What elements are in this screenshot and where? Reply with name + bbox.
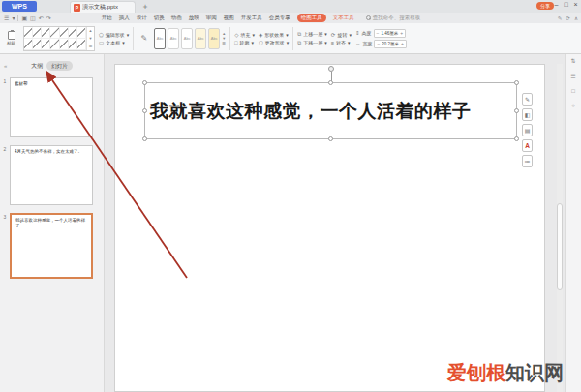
wps-logo[interactable]: WPS	[2, 1, 37, 12]
sync-icon[interactable]: ⟳	[566, 15, 570, 21]
resize-handle-middle-left[interactable]	[142, 108, 147, 113]
panel-swap-icon[interactable]: ⇅	[570, 57, 575, 64]
undo-icon[interactable]: ↶	[39, 15, 44, 21]
send-backward-button[interactable]: ⧉ 下移一层 ▾	[297, 40, 326, 46]
quick-edit-button[interactable]: ✎	[522, 93, 533, 106]
line-shape-cell[interactable]	[33, 39, 42, 50]
width-increase[interactable]: +	[401, 41, 404, 46]
edit-shape-button[interactable]: ⬠ 编辑形状 ▾	[99, 32, 129, 38]
collapse-panel-icon[interactable]: «	[4, 63, 7, 69]
line-shape-cell[interactable]	[77, 27, 86, 39]
scrollbar-thumb[interactable]	[557, 203, 563, 290]
tab-slides[interactable]: 幻灯片	[46, 61, 73, 71]
line-shape-cell[interactable]	[24, 39, 33, 50]
preset-more-controls[interactable]: ▲▼☰	[222, 32, 226, 45]
close-button[interactable]: ×	[572, 1, 579, 8]
gallery-more-icon[interactable]: ☰	[89, 44, 93, 48]
resize-handle-bottom-right[interactable]	[514, 136, 519, 141]
line-shape-cell[interactable]	[60, 27, 69, 39]
resize-handle-middle-right[interactable]	[514, 108, 519, 113]
resize-handle-top-left[interactable]	[142, 80, 147, 85]
main-menu-icon[interactable]: ☰	[4, 15, 9, 21]
slide-thumbnail-3-selected[interactable]: 我就喜欢这种感觉，一个人活着的样子	[10, 213, 93, 279]
resize-handle-bottom-left[interactable]	[142, 136, 147, 141]
tab-view[interactable]: 视图	[224, 15, 234, 21]
selected-textbox[interactable]: 我就喜欢这种感觉，一个人活着的样子	[144, 82, 517, 139]
style-preset[interactable]: Abc	[181, 28, 193, 49]
note-icon[interactable]: ✎	[558, 15, 563, 21]
line-shape-cell[interactable]	[60, 39, 69, 50]
document-tab[interactable]: P 演示文稿.pptx	[70, 1, 136, 13]
panel-clock-icon[interactable]: ○	[571, 103, 575, 108]
style-preset[interactable]: Abc	[168, 28, 179, 49]
tab-developer[interactable]: 开发工具	[241, 15, 262, 21]
tab-transition[interactable]: 切换	[154, 15, 165, 21]
slide-thumbnail-1[interactable]: 素材帮	[10, 77, 93, 137]
gallery-down-icon[interactable]: ▼	[89, 36, 93, 41]
quick-font-color-button[interactable]: A	[522, 139, 533, 152]
line-shape-cell[interactable]	[42, 39, 50, 50]
style-preset[interactable]: Abc	[208, 28, 220, 49]
rotate-button[interactable]: ⟳ 旋转 ▾	[331, 32, 352, 38]
tab-slideshow[interactable]: 放映	[189, 15, 199, 21]
resize-handle-top-center[interactable]	[328, 80, 333, 85]
tab-text-tools[interactable]: 文本工具	[333, 15, 354, 21]
maximize-button[interactable]: □	[563, 1, 569, 8]
vertical-scrollbar[interactable]	[557, 64, 563, 392]
line-shape-cell[interactable]	[69, 39, 77, 50]
tab-design[interactable]: 设计	[137, 15, 147, 21]
save-icon[interactable]: ▣	[21, 15, 27, 21]
line-shape-cell[interactable]	[69, 27, 77, 39]
bring-forward-button[interactable]: ⧉ 上移一层 ▾	[297, 31, 326, 38]
text-box-button[interactable]: ▭ 文本框 ▾	[99, 40, 129, 45]
width-value[interactable]: 20.2厘米	[382, 42, 399, 46]
style-preset-selected[interactable]: Abc	[154, 28, 166, 49]
height-increase[interactable]: +	[400, 30, 403, 36]
resize-handle-top-right[interactable]	[514, 80, 519, 85]
height-value[interactable]: 1.46厘米	[381, 31, 398, 36]
rotation-handle[interactable]	[328, 66, 334, 72]
line-shape-cell[interactable]	[42, 27, 50, 39]
minimize-button[interactable]: –	[553, 1, 560, 8]
redo-icon[interactable]: ↷	[46, 15, 51, 21]
quick-fill-button[interactable]: ◧	[522, 108, 533, 121]
format-painter-button[interactable]: ✎	[138, 26, 150, 51]
width-stepper[interactable]: − 20.2厘米 +	[374, 40, 407, 48]
tab-review[interactable]: 审阅	[206, 15, 217, 21]
print-icon[interactable]: ◫	[30, 15, 36, 21]
outline-button[interactable]: □ 轮廓 ▾	[234, 40, 255, 45]
gallery-up-icon[interactable]: ▲	[89, 28, 93, 33]
line-shape-cell[interactable]	[50, 39, 59, 50]
slide-thumbnail-2[interactable]: 4月天气热的不像样，实在太难了。	[10, 145, 93, 205]
tab-membership[interactable]: 会员专享	[269, 15, 290, 21]
line-shape-cell[interactable]	[50, 27, 59, 39]
panel-object-icon[interactable]: □	[571, 88, 575, 94]
change-shape-button[interactable]: ⬡ 更改形状 ▾	[259, 40, 289, 45]
tab-home[interactable]: 开始	[102, 15, 112, 21]
line-shape-cell[interactable]	[33, 27, 42, 39]
height-decrease[interactable]: −	[377, 30, 380, 36]
line-shape-cell[interactable]	[77, 39, 86, 50]
paste-button[interactable]: 粘贴	[3, 25, 19, 52]
line-shape-cell[interactable]	[24, 27, 33, 39]
style-preset[interactable]: Abc	[195, 28, 206, 49]
width-decrease[interactable]: −	[377, 41, 380, 46]
menu-dropdown-icon[interactable]: ▾	[12, 15, 15, 21]
height-stepper[interactable]: − 1.46厘米 +	[374, 29, 407, 38]
align-button[interactable]: ≡ 对齐 ▾	[331, 40, 352, 45]
slide-canvas[interactable]: 我就喜欢这种感觉，一个人活着的样子 ✎ ◧ ▤ A	[114, 64, 545, 392]
tab-animation[interactable]: 动画	[171, 15, 182, 21]
tab-insert[interactable]: 插入	[119, 15, 130, 21]
collapse-ribbon-icon[interactable]: ∧	[574, 15, 578, 21]
tab-outline[interactable]: 大纲	[31, 62, 43, 71]
share-button[interactable]: 分享	[536, 2, 554, 10]
panel-list-icon[interactable]: ☰	[570, 73, 575, 79]
command-search[interactable]: 查找命令、搜索模板	[366, 15, 421, 21]
fill-button[interactable]: ◇ 填充 ▾	[234, 32, 255, 38]
shape-effects-button[interactable]: ◈ 形状效果 ▾	[259, 32, 289, 38]
slide-text[interactable]: 我就喜欢这种感觉，一个人活着的样子	[145, 99, 472, 124]
tab-drawing-tools-active[interactable]: 绘图工具	[297, 14, 326, 22]
quick-align-button[interactable]: ≔	[522, 155, 533, 167]
resize-handle-bottom-center[interactable]	[328, 136, 333, 141]
new-tab-button[interactable]: ＋	[141, 2, 149, 12]
